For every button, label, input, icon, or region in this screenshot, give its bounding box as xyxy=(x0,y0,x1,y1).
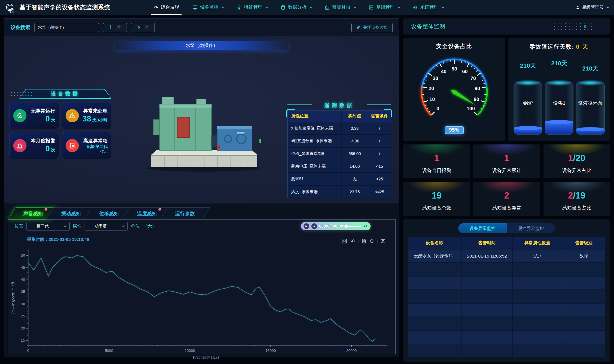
telemetry-row: 位移_泵体首端X轴 686.00 / xyxy=(288,147,391,160)
alarm-row-empty xyxy=(408,290,605,303)
position-label: 位置 xyxy=(14,223,24,229)
device-data-cards: 无异常运行 0天 异常未处理 38天3小时 本月度报警 0次 高发异常项 音频-… xyxy=(9,102,111,159)
user-name: 超级管理员 xyxy=(582,5,604,10)
box-zoom-icon[interactable] xyxy=(342,239,347,244)
device-data-title: 设备数据 xyxy=(9,89,111,99)
spectrum-chart-area: 采集时间：2021-02-05 15:13:46 || 15 20 25 30 … xyxy=(8,233,395,354)
nav-item-1[interactable]: 设备监控 xyxy=(192,0,223,15)
alert-badge xyxy=(45,208,47,211)
app-title: 基于智能声学的设备状态监测系统 xyxy=(20,3,110,11)
save-icon[interactable] xyxy=(361,239,367,244)
audio-seek-slider[interactable] xyxy=(345,226,361,227)
stat-card-0: 1 设备当日报警 xyxy=(403,144,470,178)
chevron-down-icon xyxy=(265,5,268,8)
safety-gauge-card: 安全设备占比 0102030405060708090100 95% xyxy=(403,38,505,141)
telemetry-table: 属性位置实时值告警条件 x 轴加速度值_泵体末端 0.33 / x轴直流分量_泵… xyxy=(288,110,391,198)
alarm-table: 设备名称告警时间异常属性数量告警级别 云酷水泵（勿操作1）2021-01-15 … xyxy=(408,237,605,357)
nav-item-0[interactable]: 综合展现 xyxy=(153,0,179,15)
volume-icon[interactable] xyxy=(363,224,368,229)
nav-item-5[interactable]: 基础管理 xyxy=(369,0,399,15)
alarm-header: 设备名称 xyxy=(408,237,461,249)
warning-icon xyxy=(66,109,79,122)
svg-text:15: 15 xyxy=(21,338,25,342)
capture-time: 采集时间：2021-02-05 15:13:46 xyxy=(27,237,89,242)
chart-controls: 位置 第二代 属性 功率谱 单位 （无） ▶ xyxy=(8,220,395,233)
prev-device-button[interactable]: 上一个 xyxy=(103,23,127,32)
telemetry-header: 告警条件 xyxy=(368,110,391,122)
stat-card-2: 1/20 设备异常占比 xyxy=(544,144,610,178)
stats-grid: 1 设备当日报警 1 设备异常累计 1/20 设备异常占比 19 感知设备总数 … xyxy=(403,144,610,216)
paperclip-icon xyxy=(357,25,361,30)
spectrum-line-chart[interactable]: 15 20 25 30 35 40 45 50 0 5000 10000 150… xyxy=(10,247,395,360)
telemetry-row: 测试51 无 >25 xyxy=(288,173,391,185)
3d-viewport[interactable]: 水泵（勿操作） xyxy=(4,37,399,203)
search-label: 设备搜索 xyxy=(11,24,30,31)
device-search-input[interactable] xyxy=(34,23,99,32)
cylinder-0: 210天 锅炉 xyxy=(514,51,542,135)
telemetry-header: 实时值 xyxy=(341,110,368,122)
svg-text:10: 10 xyxy=(429,97,435,102)
alarm-row-empty xyxy=(408,344,605,357)
brand: C C 基于智能声学的设备状态监测系统 xyxy=(6,2,110,13)
nav-item-3[interactable]: 数据分析 xyxy=(281,0,311,15)
audio-player: ▶ ■ 00:00 / 00:00 xyxy=(301,222,371,230)
sense-tab-4[interactable]: 运行参数 xyxy=(160,207,210,220)
chevron-down-icon xyxy=(221,5,224,8)
zero-fault-title: 零故障运行天数:0 天 xyxy=(511,43,607,51)
follow-device-button[interactable]: 关注设备选择 xyxy=(351,23,393,32)
cylinder-liquid xyxy=(514,128,542,134)
cylinder-value: 210天 xyxy=(514,62,542,70)
cylinder-1: 210天 设备1 xyxy=(545,51,573,135)
alarm-row-empty xyxy=(408,276,605,290)
alarm-row[interactable]: 云酷水泵（勿操作1）2021-01-15 11:06:523/17故障 xyxy=(408,249,605,263)
svg-text:0: 0 xyxy=(27,348,29,353)
svg-text:80: 80 xyxy=(474,86,480,91)
user-menu[interactable]: 超级管理员 xyxy=(575,5,608,10)
chevron-down-icon xyxy=(397,5,400,8)
app-logo-icon: C C xyxy=(6,2,16,13)
alarm-tab-1[interactable]: 属性异常监控 xyxy=(507,223,555,233)
stat-card-3: 19 感知设备总数 xyxy=(403,182,470,216)
svg-text:5000: 5000 xyxy=(105,348,113,353)
svg-text:20000: 20000 xyxy=(346,348,357,353)
svg-text:35: 35 xyxy=(21,289,25,294)
app-root: C C 基于智能声学的设备状态监测系统 综合展现 设备监控 特征管理 数据分析 … xyxy=(0,0,614,361)
nav-item-4[interactable]: 监测月报 xyxy=(325,0,355,15)
attribute-select[interactable]: 功率谱 xyxy=(85,222,128,230)
sensing-tabs: 声音感知 振动感知 位移感知 温度感知 运行参数 xyxy=(8,207,396,220)
play-button[interactable]: ▶ xyxy=(304,223,309,229)
svg-text:20: 20 xyxy=(21,326,25,330)
svg-text:10000: 10000 xyxy=(185,348,195,353)
stop-button[interactable]: ■ xyxy=(311,223,317,229)
position-select[interactable]: 第二代 xyxy=(26,222,70,230)
gauge-row: 安全设备占比 0102030405060708090100 95% 零故障运行天… xyxy=(403,38,610,141)
cylinder-label: 锅炉 xyxy=(514,100,542,107)
safety-gauge: 0102030405060708090100 xyxy=(407,51,502,128)
dashboard-icon xyxy=(153,5,159,10)
stat-card-4: 2 感知设备异常 xyxy=(473,182,540,216)
alarm-tab-0[interactable]: 设备异常监控 xyxy=(458,223,507,233)
zoom-back-icon[interactable] xyxy=(350,239,355,244)
cylinder-value: 210天 xyxy=(576,64,605,73)
svg-text:25: 25 xyxy=(21,314,25,318)
main-content: 设备搜索 上一个 下一个 关注设备选择 水泵（勿操作） xyxy=(0,15,614,361)
next-device-button[interactable]: 下一个 xyxy=(131,23,155,32)
server-icon xyxy=(369,5,374,10)
svg-text:50: 50 xyxy=(21,253,25,258)
telemetry-row: x轴直流分量_泵体末端 -4.30 / xyxy=(288,135,391,147)
alarm-row-empty xyxy=(408,303,605,317)
refresh-icon[interactable] xyxy=(369,239,374,244)
alarm-header: 异常属性数量 xyxy=(513,237,562,249)
machine-3d-model[interactable] xyxy=(140,80,264,173)
svg-text:C: C xyxy=(9,8,14,13)
attribute-label: 属性 xyxy=(73,223,82,229)
nav-item-6[interactable]: 系统管理 xyxy=(413,0,443,15)
monitor-icon xyxy=(192,5,198,10)
cylinder-liquid xyxy=(545,122,573,134)
gear-icon xyxy=(413,5,418,10)
svg-text:15000: 15000 xyxy=(266,348,276,353)
alert-badge xyxy=(159,208,161,211)
device-stat-card: 异常未处理 38天3小时 xyxy=(62,102,111,129)
message-icon[interactable] xyxy=(380,239,386,244)
nav-item-2[interactable]: 特征管理 xyxy=(237,0,267,15)
